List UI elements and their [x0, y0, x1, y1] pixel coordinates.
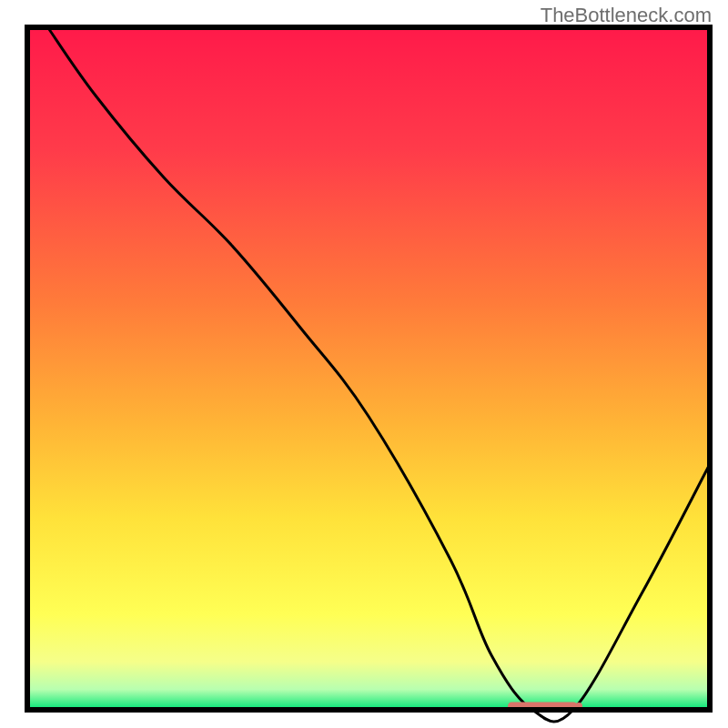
gradient-background — [27, 27, 710, 710]
bottleneck-chart — [0, 0, 728, 728]
chart-container: TheBottleneck.com — [0, 0, 728, 728]
watermark-text: TheBottleneck.com — [541, 4, 712, 27]
